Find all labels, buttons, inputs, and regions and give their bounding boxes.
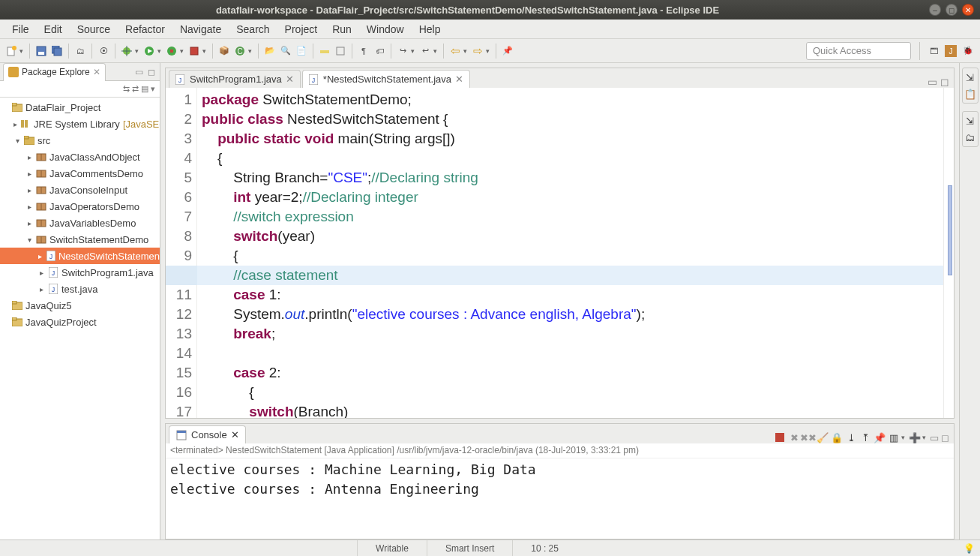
tree-item[interactable]: DataFlair_Project <box>0 99 160 116</box>
editor-tab-close-icon[interactable]: ✕ <box>455 74 463 85</box>
run-icon[interactable] <box>142 44 156 58</box>
tree-item[interactable]: ▾SwitchStatementDemo <box>0 231 160 248</box>
pin-console-icon[interactable]: 📌 <box>874 431 886 443</box>
console-minimize-icon[interactable]: ▭ <box>930 432 939 443</box>
collapse-all-icon[interactable]: ⇆ <box>123 84 130 94</box>
tasklist-view-icon[interactable]: 📋 <box>964 88 976 100</box>
expand-arrow-icon[interactable]: ▸ <box>25 170 33 178</box>
new-class-icon[interactable]: C <box>233 44 247 58</box>
scroll-lock-icon[interactable]: 🔒 <box>831 431 843 443</box>
package-explorer-tree[interactable]: DataFlair_Project▸JRE System Library [Ja… <box>0 98 160 539</box>
tree-item[interactable]: ▸JavaVariablesDemo <box>0 215 160 231</box>
expand-arrow-icon[interactable]: ▸ <box>25 153 33 161</box>
expand-arrow-icon[interactable]: ▸ <box>25 219 33 227</box>
outline-view-icon[interactable]: 🗂 <box>964 131 976 143</box>
show-whitespace-icon[interactable]: ¶ <box>357 44 370 58</box>
toggle-breadcrumb-icon[interactable]: 🗂 <box>73 44 87 58</box>
terminate-icon[interactable] <box>774 431 786 443</box>
menu-file[interactable]: File <box>4 21 37 38</box>
menu-window[interactable]: Window <box>359 21 412 38</box>
quick-access-input[interactable]: Quick Access <box>806 42 911 60</box>
tree-item[interactable]: JavaQuiz5 <box>0 297 160 314</box>
editor-tab-close-icon[interactable]: ✕ <box>286 74 294 85</box>
run-dropdown-icon[interactable]: ▾ <box>157 47 163 55</box>
menu-source[interactable]: Source <box>70 21 118 38</box>
menu-help[interactable]: Help <box>412 21 448 38</box>
prev-annotation-icon[interactable]: ↩ <box>418 44 432 58</box>
back-drop-icon[interactable]: ▾ <box>463 47 469 55</box>
close-window-button[interactable]: ✕ <box>962 4 974 16</box>
remove-launch-icon[interactable]: ✖ <box>788 431 800 443</box>
package-explorer-tab[interactable]: Package Explore ✕ <box>3 63 106 81</box>
package-explorer-close-icon[interactable]: ✕ <box>93 67 100 77</box>
link-editor-icon[interactable]: ⇄ <box>132 84 139 94</box>
tree-item[interactable]: ▸JavaConsoleInput <box>0 182 160 198</box>
menu-search[interactable]: Search <box>229 21 277 38</box>
maximize-button[interactable]: ◻ <box>946 4 958 16</box>
menu-navigate[interactable]: Navigate <box>172 21 229 38</box>
tree-item[interactable]: ▸JSwitchProgram1.java <box>0 264 160 281</box>
code-editor[interactable]: 1234567891011121314151617 package Switch… <box>166 88 954 418</box>
restore-icon[interactable]: ⇲ <box>964 71 976 83</box>
clear-console-icon[interactable]: 🧹 <box>817 431 829 443</box>
java-perspective-icon[interactable]: J <box>943 44 958 59</box>
open-console-icon[interactable]: ➕ <box>909 431 921 443</box>
focus-icon[interactable]: ▤ <box>141 84 148 94</box>
toggle-block-icon[interactable] <box>334 44 347 58</box>
expand-arrow-icon[interactable]: ▸ <box>37 252 43 260</box>
editor-maximize-icon[interactable]: ◻ <box>940 76 949 88</box>
tree-item[interactable]: JavaQuizProject <box>0 314 160 330</box>
open-type-icon[interactable]: 📂 <box>263 44 277 58</box>
display-drop-icon[interactable]: ▾ <box>901 434 907 441</box>
menu-run[interactable]: Run <box>325 21 359 38</box>
external-tools-icon[interactable] <box>187 44 201 58</box>
save-icon[interactable] <box>34 44 48 58</box>
tree-item[interactable]: ▸JavaOperatorsDemo <box>0 198 160 215</box>
expand-arrow-icon[interactable]: ▸ <box>37 285 45 293</box>
editor-tab[interactable]: J*NestedSwitchStatement.java✕ <box>302 70 470 88</box>
coverage-dropdown-icon[interactable]: ▾ <box>180 47 185 55</box>
console-close-icon[interactable]: ✕ <box>231 429 239 440</box>
expand-arrow-icon[interactable]: ▾ <box>25 236 33 244</box>
expand-arrow-icon[interactable]: ▸ <box>37 269 45 277</box>
tree-item[interactable]: ▸JNestedSwitchStatemen <box>0 248 160 264</box>
show-on-error-icon[interactable]: ⤒ <box>859 431 871 443</box>
skip-breakpoints-icon[interactable]: ⦿ <box>97 44 110 58</box>
coverage-icon[interactable] <box>165 44 178 58</box>
display-console-icon[interactable]: ▥ <box>888 431 900 443</box>
pin-icon[interactable]: 📌 <box>501 44 514 58</box>
toggle-mark-icon[interactable] <box>318 44 331 58</box>
minimize-button[interactable]: – <box>929 4 941 16</box>
new-class-drop-icon[interactable]: ▾ <box>248 47 253 55</box>
new-dropdown-icon[interactable]: ▾ <box>19 47 25 55</box>
forward-drop-icon[interactable]: ▾ <box>486 47 491 55</box>
show-on-output-icon[interactable]: ⤓ <box>845 431 857 443</box>
code-content[interactable]: package SwitchStatementDemo;public class… <box>197 88 943 418</box>
new-icon[interactable] <box>4 44 18 58</box>
remove-all-icon[interactable]: ✖✖ <box>802 431 814 443</box>
open-console-drop-icon[interactable]: ▾ <box>922 434 928 441</box>
tree-item[interactable]: ▾src <box>0 132 160 149</box>
new-package-icon[interactable]: 📦 <box>217 44 231 58</box>
annotation-icon[interactable]: 🏷 <box>373 44 386 58</box>
save-all-icon[interactable] <box>50 44 64 58</box>
view-menu-icon[interactable]: ▾ <box>151 84 155 94</box>
console-output[interactable]: elective courses : Machine Learning, Big… <box>166 458 954 539</box>
ext-tools-dropdown-icon[interactable]: ▾ <box>202 47 208 55</box>
menu-project[interactable]: Project <box>277 21 325 38</box>
search-icon[interactable]: 🔍 <box>279 44 292 58</box>
prev-ann-drop-icon[interactable]: ▾ <box>433 47 439 55</box>
tree-item[interactable]: ▸Jtest.java <box>0 281 160 297</box>
editor-minimize-icon[interactable]: ▭ <box>928 76 937 88</box>
next-ann-drop-icon[interactable]: ▾ <box>411 47 416 55</box>
back-icon[interactable]: ⇦ <box>448 44 462 58</box>
editor-tab[interactable]: JSwitchProgram1.java✕ <box>169 70 301 88</box>
open-perspective-icon[interactable]: 🗔 <box>926 44 941 59</box>
expand-arrow-icon[interactable]: ▾ <box>13 137 21 145</box>
debug-dropdown-icon[interactable]: ▾ <box>135 47 140 55</box>
tree-item[interactable]: ▸JRE System Library [JavaSE- <box>0 116 160 132</box>
menu-refactor[interactable]: Refactor <box>118 21 172 38</box>
tip-icon[interactable]: 💡 <box>964 543 974 554</box>
minimize-view-icon[interactable]: ▭ <box>133 67 145 77</box>
debug-perspective-icon[interactable]: 🐞 <box>961 44 976 59</box>
